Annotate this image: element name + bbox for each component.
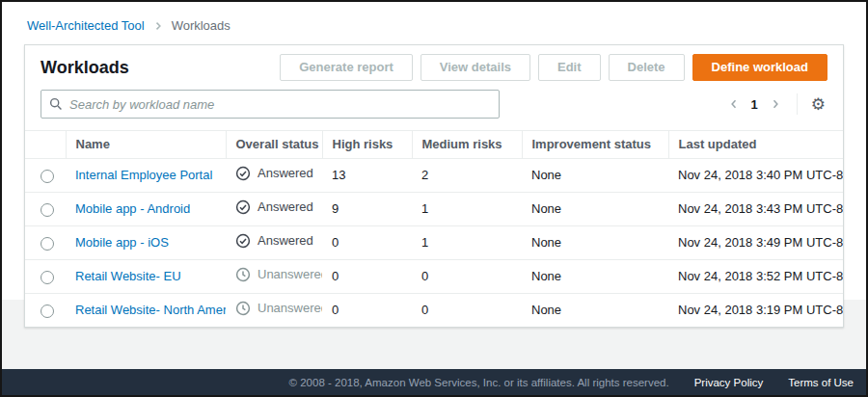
cell-high-risks: 0	[322, 294, 412, 328]
cell-overall-status: Answered	[226, 193, 322, 226]
cell-last-updated: Nov 24, 2018 3:40 PM UTC-8	[668, 159, 843, 193]
check-circle-icon	[235, 199, 251, 215]
view-details-button[interactable]: View details	[420, 54, 530, 81]
cell-last-updated: Nov 24, 2018 3:43 PM UTC-8	[668, 193, 843, 226]
table-row[interactable]: Retail Website- North America Unanswered…	[25, 294, 843, 328]
table-header-row: Name Overall status High risks Medium ri…	[25, 131, 843, 159]
row-radio[interactable]	[41, 170, 54, 183]
cell-select	[25, 294, 66, 328]
row-radio[interactable]	[41, 271, 54, 284]
chevron-left-icon[interactable]	[722, 93, 746, 116]
col-header-high-risks[interactable]: High risks	[322, 131, 412, 159]
search-icon	[49, 97, 63, 111]
cell-improvement-status: None	[522, 193, 668, 226]
cell-medium-risks: 2	[412, 159, 522, 193]
cell-overall-status: Answered	[226, 159, 322, 193]
chevron-right-icon[interactable]	[764, 93, 787, 116]
cell-overall-status: Unanswered	[226, 260, 322, 294]
workload-link[interactable]: Mobile app - iOS	[75, 235, 169, 250]
search-box[interactable]	[41, 90, 500, 119]
search-input[interactable]	[69, 97, 491, 112]
cell-last-updated: Nov 24, 2018 3:19 PM UTC-8	[668, 294, 843, 328]
cell-medium-risks: 0	[412, 294, 522, 328]
workload-link[interactable]: Retail Website- EU	[75, 269, 181, 283]
pagination: 1 ⚙	[722, 93, 827, 116]
footer: © 2008 - 2018, Amazon Web Services, Inc.…	[2, 369, 866, 395]
status-label: Answered	[258, 199, 313, 215]
col-header-medium-risks[interactable]: Medium risks	[412, 131, 522, 159]
cell-name: Retail Website- North America	[66, 294, 226, 328]
privacy-policy-link[interactable]: Privacy Policy	[694, 377, 764, 388]
cell-select	[25, 193, 66, 226]
workloads-panel: Workloads Generate report View details E…	[24, 44, 844, 328]
cell-improvement-status: None	[522, 294, 668, 328]
copyright-text: © 2008 - 2018, Amazon Web Services, Inc.…	[289, 377, 669, 388]
breadcrumb-link-well-architected-tool[interactable]: Well-Architected Tool	[27, 18, 145, 33]
workload-link[interactable]: Internal Employee Portal	[75, 168, 212, 182]
app-window: Well-Architected Tool Workloads Workload…	[0, 0, 868, 397]
table-row[interactable]: Mobile app - iOS Answered 0 1 None Nov 2…	[25, 226, 843, 260]
delete-button[interactable]: Delete	[609, 54, 685, 81]
col-header-select	[25, 131, 66, 159]
table-row[interactable]: Retail Website- EU Unanswered 0 0 None N…	[25, 260, 843, 294]
cell-improvement-status: None	[522, 226, 668, 260]
cell-last-updated: Nov 24, 2018 3:49 PM UTC-8	[668, 226, 843, 260]
edit-button[interactable]: Edit	[538, 54, 601, 81]
cell-improvement-status: None	[522, 159, 668, 193]
cell-name: Mobile app - iOS	[66, 226, 226, 260]
cell-high-risks: 0	[322, 226, 412, 260]
cell-select	[25, 159, 66, 193]
cell-last-updated: Nov 24, 2018 3:52 PM UTC-8	[668, 260, 843, 294]
chevron-right-icon	[152, 20, 164, 32]
status-label: Answered	[258, 166, 313, 181]
filter-row: 1 ⚙	[25, 88, 843, 130]
workloads-table: Name Overall status High risks Medium ri…	[25, 130, 843, 327]
cell-medium-risks: 1	[412, 193, 522, 226]
cell-improvement-status: None	[522, 260, 668, 294]
panel-header: Workloads Generate report View details E…	[25, 45, 843, 88]
cell-select	[25, 226, 66, 260]
table-row[interactable]: Mobile app - Android Answered 9 1 None N…	[25, 193, 843, 226]
col-header-last-updated[interactable]: Last updated	[668, 131, 843, 159]
gear-icon[interactable]: ⚙	[809, 96, 827, 113]
clock-icon	[235, 301, 251, 316]
row-radio[interactable]	[41, 203, 54, 217]
col-header-improvement-status[interactable]: Improvement status	[522, 131, 668, 159]
table-row[interactable]: Internal Employee Portal Answered 13 2 N…	[25, 159, 843, 193]
workload-link[interactable]: Retail Website- North America	[75, 303, 226, 317]
status-label: Unanswered	[258, 267, 322, 282]
cell-select	[25, 260, 66, 294]
cell-overall-status: Answered	[226, 226, 322, 260]
cell-name: Mobile app - Android	[66, 193, 226, 226]
check-circle-icon	[235, 233, 251, 249]
cell-medium-risks: 0	[412, 260, 522, 294]
breadcrumb-current-page: Workloads	[172, 18, 231, 33]
col-header-overall-status[interactable]: Overall status	[226, 131, 322, 159]
row-radio[interactable]	[41, 304, 54, 318]
cell-name: Internal Employee Portal	[66, 159, 226, 193]
cell-high-risks: 9	[322, 193, 412, 226]
workload-link[interactable]: Mobile app - Android	[75, 201, 190, 216]
cell-high-risks: 13	[322, 159, 412, 193]
page-title: Workloads	[41, 55, 129, 80]
cell-overall-status: Unanswered	[226, 294, 322, 328]
generate-report-button[interactable]: Generate report	[280, 54, 413, 81]
toolbar: Generate report View details Edit Delete…	[280, 54, 827, 81]
col-header-name[interactable]: Name	[66, 131, 226, 159]
clock-icon	[235, 267, 251, 282]
row-radio[interactable]	[41, 237, 54, 251]
status-label: Answered	[258, 233, 313, 249]
define-workload-button[interactable]: Define workload	[692, 54, 827, 81]
status-label: Unanswered	[258, 301, 322, 316]
check-circle-icon	[235, 166, 251, 181]
divider	[797, 93, 798, 115]
breadcrumb: Well-Architected Tool Workloads	[2, 2, 866, 44]
cell-name: Retail Website- EU	[66, 260, 226, 294]
current-page-number[interactable]: 1	[746, 97, 764, 112]
cell-high-risks: 0	[322, 260, 412, 294]
cell-medium-risks: 1	[412, 226, 522, 260]
terms-of-use-link[interactable]: Terms of Use	[788, 377, 854, 388]
